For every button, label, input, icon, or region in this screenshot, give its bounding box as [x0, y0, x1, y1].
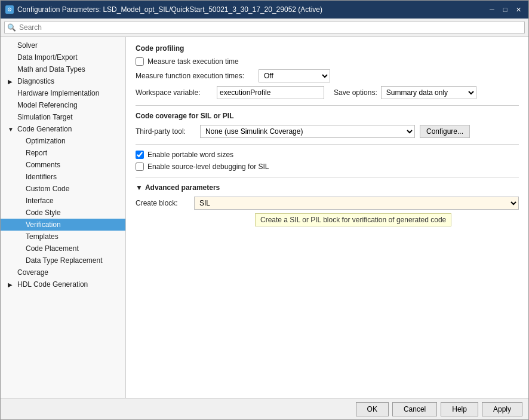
- sidebar-label-hardware: Hardware Implementation: [17, 89, 99, 97]
- maximize-button[interactable]: □: [500, 5, 510, 14]
- content-area: Code profiling Measure task execution ti…: [126, 37, 528, 398]
- sidebar-label-data-import: Data Import/Export: [17, 53, 78, 62]
- workspace-label: Workspace variable:: [136, 88, 213, 97]
- sidebar-item-data-import[interactable]: Data Import/Export: [1, 51, 125, 63]
- sidebar-item-model-ref[interactable]: Model Referencing: [1, 99, 125, 111]
- create-block-select[interactable]: SIL PIL None: [194, 197, 519, 210]
- cancel-button[interactable]: Cancel: [392, 402, 437, 416]
- sidebar-item-hdl-code-gen[interactable]: ▶ HDL Code Generation: [1, 278, 125, 290]
- expand-arrow-code-gen: ▼: [8, 126, 15, 133]
- measure-task-checkbox[interactable]: [136, 57, 144, 66]
- enable-debugging-label: Enable source-level debugging for SIL: [147, 163, 269, 171]
- search-input[interactable]: [4, 21, 525, 34]
- search-icon: 🔍: [7, 23, 16, 32]
- enable-portable-checkbox[interactable]: [136, 151, 144, 159]
- sidebar-label-sim-target: Simulation Target: [17, 113, 73, 121]
- no-arrow: [16, 198, 23, 204]
- sidebar-item-diagnostics[interactable]: ▶ Diagnostics: [1, 75, 125, 87]
- sidebar-label-templates: Templates: [26, 232, 59, 241]
- no-arrow: [16, 210, 23, 216]
- no-arrow: [16, 246, 23, 252]
- no-arrow: [8, 66, 15, 73]
- divider-1: [136, 105, 519, 106]
- enable-debugging-row: Enable source-level debugging for SIL: [136, 163, 519, 171]
- third-party-select[interactable]: None (use Simulink Coverage): [200, 125, 415, 138]
- enable-debugging-checkbox[interactable]: [136, 163, 144, 171]
- sidebar-item-identifiers[interactable]: Identifiers: [1, 171, 125, 183]
- enable-portable-row: Enable portable word sizes: [136, 151, 519, 159]
- search-wrapper: 🔍: [4, 21, 525, 34]
- tooltip-text: Create a SIL or PIL block for verificati…: [255, 213, 451, 226]
- no-arrow: [16, 174, 23, 180]
- save-options-label: Save options:: [334, 88, 377, 97]
- sidebar-label-solver: Solver: [17, 41, 38, 50]
- sidebar: Solver Data Import/Export Math and Data …: [1, 37, 126, 398]
- sidebar-item-sim-target[interactable]: Simulation Target: [1, 111, 125, 123]
- apply-button[interactable]: Apply: [482, 402, 522, 416]
- sidebar-label-hdl-code-gen: HDL Code Generation: [17, 280, 88, 289]
- no-arrow: [16, 138, 23, 145]
- sidebar-item-code-gen[interactable]: ▼ Code Generation: [1, 123, 125, 135]
- advanced-header[interactable]: ▼ Advanced parameters: [136, 183, 519, 192]
- measure-task-label: Measure task execution time: [147, 57, 239, 66]
- sidebar-label-comments: Comments: [26, 161, 60, 169]
- no-arrow: [8, 90, 15, 97]
- create-block-label: Create block:: [136, 199, 189, 207]
- measure-task-row: Measure task execution time: [136, 57, 519, 66]
- advanced-title: Advanced parameters: [145, 183, 220, 192]
- app-icon: ⚙: [5, 5, 14, 14]
- sidebar-label-interface: Interface: [26, 197, 54, 205]
- third-party-label: Third-party tool:: [136, 127, 195, 136]
- sidebar-label-optimization: Optimization: [26, 137, 66, 145]
- sidebar-label-report: Report: [26, 149, 47, 157]
- sidebar-label-data-type-repl: Data Type Replacement: [26, 256, 103, 265]
- ok-button[interactable]: OK: [356, 402, 389, 416]
- divider-3: [136, 177, 519, 177]
- main-window: ⚙ Configuration Parameters: LSD_Model_op…: [0, 0, 529, 420]
- tooltip-container: Create a SIL or PIL block for verificati…: [195, 212, 519, 226]
- divider-2: [136, 144, 519, 145]
- no-arrow: [16, 222, 23, 228]
- sidebar-item-interface[interactable]: Interface: [1, 195, 125, 207]
- sidebar-item-data-type-repl[interactable]: Data Type Replacement: [1, 255, 125, 266]
- sidebar-item-verification[interactable]: Verification: [1, 219, 125, 231]
- workspace-input[interactable]: [217, 86, 324, 99]
- sidebar-label-code-gen: Code Generation: [17, 125, 72, 133]
- enable-portable-label: Enable portable word sizes: [147, 151, 233, 159]
- sidebar-label-code-placement: Code Placement: [26, 244, 79, 253]
- sidebar-item-solver[interactable]: Solver: [1, 39, 125, 51]
- sidebar-item-code-placement[interactable]: Code Placement: [1, 243, 125, 255]
- sidebar-item-coverage[interactable]: Coverage: [1, 266, 125, 278]
- help-button[interactable]: Help: [441, 402, 478, 416]
- sidebar-item-templates[interactable]: Templates: [1, 231, 125, 243]
- save-options-select[interactable]: Summary data only All data: [381, 86, 476, 99]
- search-bar: 🔍: [1, 19, 528, 37]
- no-arrow: [8, 42, 15, 49]
- sidebar-item-comments[interactable]: Comments: [1, 159, 125, 171]
- title-bar-left: ⚙ Configuration Parameters: LSD_Model_op…: [5, 5, 322, 14]
- sidebar-item-report[interactable]: Report: [1, 147, 125, 159]
- measure-function-row: Measure function execution times: Off On: [136, 69, 519, 82]
- no-arrow: [16, 257, 23, 264]
- no-arrow: [8, 54, 15, 61]
- title-bar-controls: ─ □ ✕: [487, 5, 524, 14]
- minimize-button[interactable]: ─: [487, 5, 497, 14]
- section-code-coverage-title: Code coverage for SIL or PIL: [136, 112, 519, 120]
- main-content: Solver Data Import/Export Math and Data …: [1, 37, 528, 398]
- measure-function-select[interactable]: Off On: [259, 69, 330, 82]
- sidebar-item-custom-code[interactable]: Custom Code: [1, 183, 125, 195]
- sidebar-item-optimization[interactable]: Optimization: [1, 135, 125, 147]
- section-code-profiling-title: Code profiling: [136, 44, 519, 53]
- expand-arrow-hdl: ▶: [8, 281, 15, 288]
- sidebar-label-identifiers: Identifiers: [26, 173, 57, 181]
- configure-button[interactable]: Configure...: [420, 125, 470, 138]
- no-arrow: [16, 150, 23, 157]
- sidebar-item-code-style[interactable]: Code Style: [1, 207, 125, 219]
- window-title: Configuration Parameters: LSD_Model_opt_…: [17, 5, 322, 14]
- third-party-row: Third-party tool: None (use Simulink Cov…: [136, 125, 519, 138]
- sidebar-item-math-data[interactable]: Math and Data Types: [1, 63, 125, 75]
- sidebar-item-hardware[interactable]: Hardware Implementation: [1, 87, 125, 99]
- close-button[interactable]: ✕: [513, 5, 524, 14]
- measure-function-label: Measure function execution times:: [136, 72, 255, 80]
- workspace-row: Workspace variable: Save options: Summar…: [136, 86, 519, 99]
